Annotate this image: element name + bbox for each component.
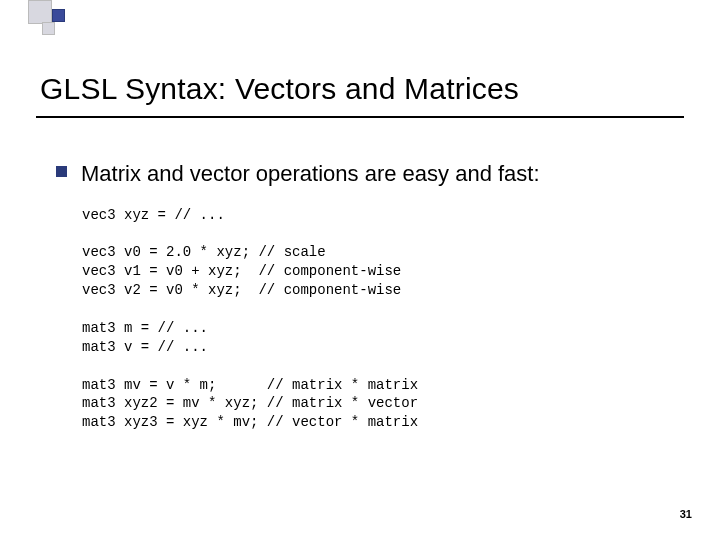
slide-body: Matrix and vector operations are easy an… (56, 160, 680, 432)
bullet-item: Matrix and vector operations are easy an… (56, 160, 680, 188)
bullet-text: Matrix and vector operations are easy an… (81, 160, 540, 188)
title-underline (36, 116, 684, 118)
slide-title: GLSL Syntax: Vectors and Matrices (40, 72, 680, 106)
deco-square-small-gray (42, 22, 55, 35)
bullet-icon (56, 166, 67, 177)
deco-square-large (28, 0, 52, 24)
deco-square-small-blue (52, 9, 65, 22)
page-number: 31 (680, 508, 692, 520)
code-block: vec3 xyz = // ... vec3 v0 = 2.0 * xyz; /… (82, 206, 680, 433)
